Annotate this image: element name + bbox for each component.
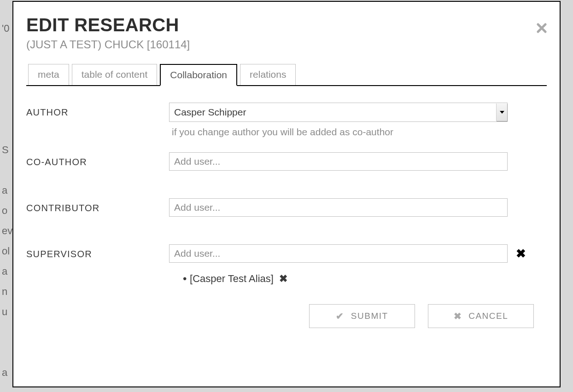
edit-research-dialog: EDIT RESEARCH (JUST A TEST) CHUCK [16011… xyxy=(12,1,561,387)
supervisor-label: SUPERVISOR xyxy=(26,244,169,259)
dialog-button-bar: ✔ SUBMIT ✖ CANCEL xyxy=(26,290,547,328)
cancel-button-label: CANCEL xyxy=(468,311,508,321)
chevron-down-icon xyxy=(496,104,507,121)
remove-supervisor-input-icon[interactable]: ✖ xyxy=(516,247,526,261)
remove-supervisor-item-icon[interactable]: ✖ xyxy=(279,273,287,284)
close-icon-small: ✖ xyxy=(454,311,462,322)
check-icon: ✔ xyxy=(336,311,345,322)
supervisor-item-label: [Casper Test Alias] xyxy=(190,273,274,284)
form-collaboration: AUTHOR Casper Schipper if you change aut… xyxy=(26,86,547,285)
cancel-button[interactable]: ✖ CANCEL xyxy=(428,304,534,328)
tab-collaboration[interactable]: Collaboration xyxy=(160,64,237,86)
supervisor-list: [Casper Test Alias] ✖ xyxy=(183,272,547,285)
tab-meta[interactable]: meta xyxy=(28,64,69,85)
tab-bar: meta table of content Collaboration rela… xyxy=(26,64,547,86)
author-label: AUTHOR xyxy=(26,103,169,118)
dialog-subtitle: (JUST A TEST) CHUCK [160114] xyxy=(26,38,547,51)
submit-button-label: SUBMIT xyxy=(351,311,388,321)
author-hint: if you change author you will be added a… xyxy=(172,127,547,138)
dialog-title: EDIT RESEARCH xyxy=(26,15,547,35)
coauthor-label: CO-AUTHOR xyxy=(26,152,169,167)
coauthor-input[interactable] xyxy=(169,152,508,171)
contributor-label: CONTRIBUTOR xyxy=(26,198,169,213)
author-select[interactable]: Casper Schipper xyxy=(169,103,508,122)
supervisor-input[interactable] xyxy=(169,244,508,263)
supervisor-item: [Casper Test Alias] ✖ xyxy=(183,273,287,284)
tab-relations[interactable]: relations xyxy=(240,64,296,85)
contributor-input[interactable] xyxy=(169,198,508,217)
tab-table-of-content[interactable]: table of content xyxy=(72,64,158,85)
close-icon[interactable] xyxy=(537,23,547,35)
submit-button[interactable]: ✔ SUBMIT xyxy=(309,304,415,328)
author-select-value: Casper Schipper xyxy=(174,107,246,118)
